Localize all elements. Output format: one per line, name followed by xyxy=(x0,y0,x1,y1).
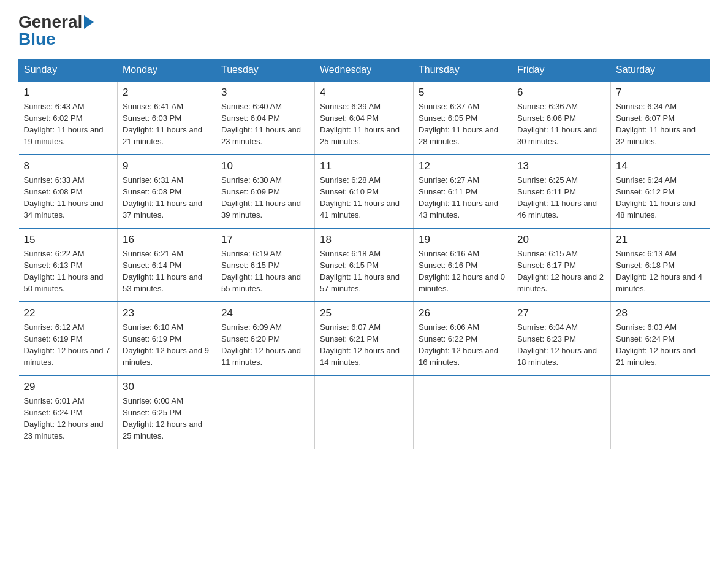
calendar-week-row: 15Sunrise: 6:22 AMSunset: 6:13 PMDayligh… xyxy=(19,228,710,302)
day-info: Sunrise: 6:21 AMSunset: 6:14 PMDaylight:… xyxy=(123,248,211,294)
day-number: 12 xyxy=(419,160,507,172)
day-number: 30 xyxy=(123,381,211,393)
day-info: Sunrise: 6:06 AMSunset: 6:22 PMDaylight:… xyxy=(419,322,507,368)
calendar-cell: 29Sunrise: 6:01 AMSunset: 6:24 PMDayligh… xyxy=(19,375,118,449)
page-header: General Blue xyxy=(18,12,710,49)
day-number: 23 xyxy=(123,307,211,320)
calendar-cell xyxy=(611,375,710,449)
calendar-cell: 5Sunrise: 6:37 AMSunset: 6:05 PMDaylight… xyxy=(414,81,512,155)
calendar-cell xyxy=(414,375,512,449)
day-info: Sunrise: 6:19 AMSunset: 6:15 PMDaylight:… xyxy=(221,248,309,294)
day-number: 5 xyxy=(419,86,507,99)
day-number: 16 xyxy=(123,234,211,246)
day-number: 1 xyxy=(24,86,113,99)
calendar-cell: 20Sunrise: 6:15 AMSunset: 6:17 PMDayligh… xyxy=(512,228,611,302)
calendar-cell: 22Sunrise: 6:12 AMSunset: 6:19 PMDayligh… xyxy=(19,302,118,375)
calendar-cell: 30Sunrise: 6:00 AMSunset: 6:25 PMDayligh… xyxy=(118,375,216,449)
day-info: Sunrise: 6:22 AMSunset: 6:13 PMDaylight:… xyxy=(24,248,113,294)
logo-bottom: Blue xyxy=(18,29,56,49)
day-number: 15 xyxy=(24,234,113,246)
calendar-cell: 18Sunrise: 6:18 AMSunset: 6:15 PMDayligh… xyxy=(315,228,414,302)
day-number: 18 xyxy=(320,234,408,246)
day-number: 29 xyxy=(24,381,113,393)
calendar-cell: 11Sunrise: 6:28 AMSunset: 6:10 PMDayligh… xyxy=(315,155,414,228)
calendar-cell: 9Sunrise: 6:31 AMSunset: 6:08 PMDaylight… xyxy=(118,155,216,228)
logo-area: General Blue xyxy=(18,12,96,49)
day-number: 14 xyxy=(616,160,705,172)
day-info: Sunrise: 6:10 AMSunset: 6:19 PMDaylight:… xyxy=(123,322,211,368)
header-day-saturday: Saturday xyxy=(611,59,710,82)
day-number: 24 xyxy=(221,307,309,320)
day-info: Sunrise: 6:28 AMSunset: 6:10 PMDaylight:… xyxy=(320,175,408,221)
calendar-cell: 1Sunrise: 6:43 AMSunset: 6:02 PMDaylight… xyxy=(19,81,118,155)
calendar-cell: 4Sunrise: 6:39 AMSunset: 6:04 PMDaylight… xyxy=(315,81,414,155)
day-info: Sunrise: 6:03 AMSunset: 6:24 PMDaylight:… xyxy=(616,322,705,368)
day-info: Sunrise: 6:41 AMSunset: 6:03 PMDaylight:… xyxy=(123,101,211,147)
day-info: Sunrise: 6:12 AMSunset: 6:19 PMDaylight:… xyxy=(24,322,113,368)
calendar-cell: 16Sunrise: 6:21 AMSunset: 6:14 PMDayligh… xyxy=(118,228,216,302)
day-info: Sunrise: 6:33 AMSunset: 6:08 PMDaylight:… xyxy=(24,175,113,221)
day-info: Sunrise: 6:34 AMSunset: 6:07 PMDaylight:… xyxy=(616,101,705,147)
calendar-cell: 21Sunrise: 6:13 AMSunset: 6:18 PMDayligh… xyxy=(611,228,710,302)
day-info: Sunrise: 6:27 AMSunset: 6:11 PMDaylight:… xyxy=(419,175,507,221)
day-number: 21 xyxy=(616,234,705,246)
day-info: Sunrise: 6:18 AMSunset: 6:15 PMDaylight:… xyxy=(320,248,408,294)
calendar-cell: 17Sunrise: 6:19 AMSunset: 6:15 PMDayligh… xyxy=(216,228,315,302)
day-info: Sunrise: 6:40 AMSunset: 6:04 PMDaylight:… xyxy=(221,101,309,147)
calendar-cell: 12Sunrise: 6:27 AMSunset: 6:11 PMDayligh… xyxy=(414,155,512,228)
day-number: 17 xyxy=(221,234,309,246)
day-number: 6 xyxy=(517,86,605,99)
calendar-cell: 13Sunrise: 6:25 AMSunset: 6:11 PMDayligh… xyxy=(512,155,611,228)
calendar-cell: 25Sunrise: 6:07 AMSunset: 6:21 PMDayligh… xyxy=(315,302,414,375)
calendar-cell: 2Sunrise: 6:41 AMSunset: 6:03 PMDaylight… xyxy=(118,81,216,155)
day-info: Sunrise: 6:30 AMSunset: 6:09 PMDaylight:… xyxy=(221,175,309,221)
calendar-cell: 10Sunrise: 6:30 AMSunset: 6:09 PMDayligh… xyxy=(216,155,315,228)
calendar-cell: 26Sunrise: 6:06 AMSunset: 6:22 PMDayligh… xyxy=(414,302,512,375)
calendar-cell: 19Sunrise: 6:16 AMSunset: 6:16 PMDayligh… xyxy=(414,228,512,302)
day-info: Sunrise: 6:16 AMSunset: 6:16 PMDaylight:… xyxy=(419,248,507,294)
day-info: Sunrise: 6:09 AMSunset: 6:20 PMDaylight:… xyxy=(221,322,309,368)
day-number: 3 xyxy=(221,86,309,99)
day-number: 11 xyxy=(320,160,408,172)
day-number: 20 xyxy=(517,234,605,246)
day-number: 27 xyxy=(517,307,605,320)
day-number: 10 xyxy=(221,160,309,172)
day-number: 7 xyxy=(616,86,705,99)
day-info: Sunrise: 6:43 AMSunset: 6:02 PMDaylight:… xyxy=(24,101,113,147)
day-number: 13 xyxy=(517,160,605,172)
calendar-cell: 8Sunrise: 6:33 AMSunset: 6:08 PMDaylight… xyxy=(19,155,118,228)
day-info: Sunrise: 6:13 AMSunset: 6:18 PMDaylight:… xyxy=(616,248,705,294)
day-info: Sunrise: 6:36 AMSunset: 6:06 PMDaylight:… xyxy=(517,101,605,147)
header-day-monday: Monday xyxy=(118,59,216,82)
day-number: 22 xyxy=(24,307,113,320)
day-number: 26 xyxy=(419,307,507,320)
day-info: Sunrise: 6:01 AMSunset: 6:24 PMDaylight:… xyxy=(24,396,113,442)
calendar-cell: 24Sunrise: 6:09 AMSunset: 6:20 PMDayligh… xyxy=(216,302,315,375)
header-day-wednesday: Wednesday xyxy=(315,59,414,82)
calendar-cell: 3Sunrise: 6:40 AMSunset: 6:04 PMDaylight… xyxy=(216,81,315,155)
calendar-week-row: 1Sunrise: 6:43 AMSunset: 6:02 PMDaylight… xyxy=(19,81,710,155)
day-info: Sunrise: 6:24 AMSunset: 6:12 PMDaylight:… xyxy=(616,175,705,221)
calendar-cell: 23Sunrise: 6:10 AMSunset: 6:19 PMDayligh… xyxy=(118,302,216,375)
calendar-table: SundayMondayTuesdayWednesdayThursdayFrid… xyxy=(18,59,710,449)
day-number: 2 xyxy=(123,86,211,99)
calendar-header-row: SundayMondayTuesdayWednesdayThursdayFrid… xyxy=(19,59,710,82)
day-info: Sunrise: 6:15 AMSunset: 6:17 PMDaylight:… xyxy=(517,248,605,294)
day-number: 28 xyxy=(616,307,705,320)
day-info: Sunrise: 6:00 AMSunset: 6:25 PMDaylight:… xyxy=(123,396,211,442)
logo-container: General Blue xyxy=(18,12,96,49)
calendar-cell: 14Sunrise: 6:24 AMSunset: 6:12 PMDayligh… xyxy=(611,155,710,228)
calendar-cell: 28Sunrise: 6:03 AMSunset: 6:24 PMDayligh… xyxy=(611,302,710,375)
day-number: 4 xyxy=(320,86,408,99)
day-number: 25 xyxy=(320,307,408,320)
header-day-sunday: Sunday xyxy=(19,59,118,82)
calendar-cell xyxy=(512,375,611,449)
day-info: Sunrise: 6:07 AMSunset: 6:21 PMDaylight:… xyxy=(320,322,408,368)
day-number: 9 xyxy=(123,160,211,172)
day-info: Sunrise: 6:37 AMSunset: 6:05 PMDaylight:… xyxy=(419,101,507,147)
calendar-week-row: 22Sunrise: 6:12 AMSunset: 6:19 PMDayligh… xyxy=(19,302,710,375)
calendar-week-row: 8Sunrise: 6:33 AMSunset: 6:08 PMDaylight… xyxy=(19,155,710,228)
logo-blue-part: Blue xyxy=(18,29,56,49)
calendar-cell xyxy=(216,375,315,449)
day-info: Sunrise: 6:04 AMSunset: 6:23 PMDaylight:… xyxy=(517,322,605,368)
